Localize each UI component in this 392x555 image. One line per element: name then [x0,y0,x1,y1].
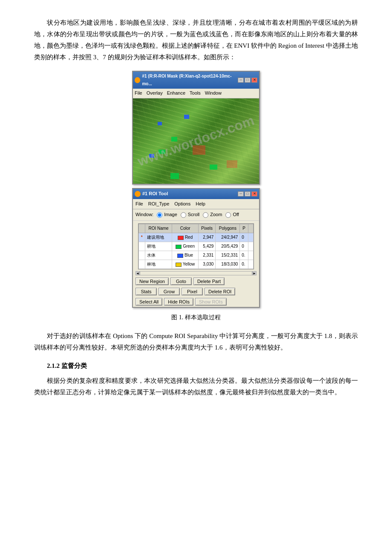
roi-green-1 [171,137,177,142]
roi-green-3 [210,165,217,170]
table-row: 水体 Blue 2,331 15/2,331 0. [139,251,254,260]
close-button[interactable]: ✕ [251,78,257,83]
row-color: Green [172,242,198,251]
roi-menu-options[interactable]: Options [174,200,190,208]
radio-off-label: Off [233,211,239,219]
row-pixels: 2,947 [198,233,216,242]
roi-tool-window: #1 ROI Tool ─ □ ✕ File ROI_Type Options … [132,188,260,308]
table-row: 耕地 Green 5,429 20/5,429 0 [139,242,254,251]
satellite-window: #1 (R:R-ROI Mask (R:Xian-q2-spot124-10mc… [132,71,260,185]
row-pixels: 2,331 [198,251,216,260]
satellite-titlebar: #1 (R:R-ROI Mask (R:Xian-q2-spot124-10mc… [133,72,259,89]
roi-red-2 [227,160,237,168]
row-color: Blue [172,251,198,260]
row-color: Red [172,233,198,242]
select-all-button[interactable]: Select All [135,298,162,306]
row-name: 建设用地 [145,233,172,242]
watermark: www.wordocx.com [134,108,258,173]
window-icon [135,77,140,83]
scrollbar-row: ◄ ► [135,271,257,275]
window-label: Window: [135,211,153,219]
roi-green-4 [170,173,179,179]
roi-menu-help[interactable]: Help [196,200,205,208]
intro-paragraph: 状分布地区为建设用地，影响颜色呈浅绿、深绿，并且纹理清晰，分布在城市着农村周围的… [34,17,358,63]
roi-btn-row-2: Stats Grow Pixel Delete ROI [133,286,259,297]
radio-scroll-label: Scroll [188,211,200,219]
scroll-right[interactable]: ► [252,271,257,275]
roi-table-area: ROI Name Color Pixels Polygons P * 建设用地 … [133,221,259,276]
window-controls[interactable]: ─ □ ✕ [238,78,257,83]
scroll-left[interactable]: ◄ [135,271,140,275]
grow-button[interactable]: Grow [159,288,180,295]
col-marker [139,224,145,233]
roi-menu-roitype[interactable]: ROI_Type [148,200,170,208]
goto-button[interactable]: Goto [170,278,192,285]
row-scroll-cell [248,260,254,269]
radio-off[interactable]: Off [225,211,239,219]
roi-window-controls[interactable]: ─ □ ✕ [238,191,257,197]
menu-enhance[interactable]: Enhance [167,89,185,98]
figure-container: #1 (R:R-ROI Mask (R:Xian-q2-spot124-10mc… [34,71,358,308]
table-row: 林地 Yellow 3,030 18/3,030 0. [139,260,254,269]
menu-window[interactable]: Window [205,89,222,98]
menu-tools[interactable]: Tools [190,89,201,98]
row-marker [139,242,145,251]
col-color: Color [172,224,198,233]
roi-table: ROI Name Color Pixels Polygons P * 建设用地 … [138,224,254,269]
row-scroll-cell [248,233,254,242]
menu-overlay[interactable]: Overlay [147,89,163,98]
roi-green-2 [159,150,165,154]
delete-part-button[interactable]: Delete Part [193,278,225,285]
row-p: 0 [240,233,248,242]
stats-button[interactable]: Stats [135,288,157,295]
roi-table-container: ROI Name Color Pixels Polygons P * 建设用地 … [138,223,254,269]
roi-blue-3 [149,154,154,158]
row-name: 水体 [145,251,172,260]
radio-zoom[interactable]: Zoom [203,211,222,219]
roi-blue-2 [158,122,162,125]
row-p: 0. [240,251,248,260]
delete-roi-button[interactable]: Delete ROI [205,288,235,295]
hide-rois-button[interactable]: Hide ROIs [164,298,193,306]
show-rois-button[interactable]: Show ROIs [195,298,227,306]
satellite-title: #1 (R:R-ROI Mask (R:Xian-q2-spot124-10mc… [142,72,238,88]
row-color: Yellow [172,260,198,269]
menu-file[interactable]: File [135,89,142,98]
row-name: 耕地 [145,242,172,251]
satellite-image-wrapper: www.wordocx.com [133,98,259,184]
roi-menu-file[interactable]: File [135,200,143,208]
row-name: 林地 [145,260,172,269]
roi-title: #1 ROI Tool [142,190,168,198]
new-region-button[interactable]: New Region [135,278,169,285]
window-mode-row: Window: Image Scroll Zoom Off [133,209,259,221]
radio-zoom-label: Zoom [210,211,222,219]
row-marker: * [139,233,145,242]
roi-close-button[interactable]: ✕ [251,191,257,197]
roi-menubar: File ROI_Type Options Help [133,199,259,210]
pixel-button[interactable]: Pixel [182,288,203,295]
col-roi-name: ROI Name [145,224,172,233]
radio-image[interactable]: Image [157,211,177,219]
row-polygons: 20/5,429 [216,242,240,251]
roi-btn-row-1: New Region Goto Delete Part [133,276,259,286]
row-p: 0 [240,242,248,251]
row-polygons: 15/2,331 [216,251,240,260]
section-2-1-2-heading: 2.1.2 监督分类 [34,360,358,372]
satellite-image: www.wordocx.com [133,98,259,184]
satellite-menubar: File Overlay Enhance Tools Window [133,89,259,98]
row-pixels: 5,429 [198,242,216,251]
roi-minimize-button[interactable]: ─ [238,191,244,197]
row-scroll-cell [248,242,254,251]
row-scroll-cell [248,251,254,260]
radio-image-label: Image [164,211,177,219]
paragraph-2: 对于选好的训练样本在 Options 下的 Compute ROI Separa… [34,330,358,353]
radio-scroll[interactable]: Scroll [181,211,200,219]
maximize-button[interactable]: □ [245,78,251,83]
minimize-button[interactable]: ─ [238,78,244,83]
row-pixels: 3,030 [198,260,216,269]
paragraph-3: 根据分类的复杂程度和精度要求，本次研究选择最大似然法分类器。最大似然法分类器假设… [34,375,358,398]
col-scroll [248,224,254,233]
row-marker [139,260,145,269]
roi-maximize-button[interactable]: □ [245,191,251,197]
scrollbar-track [140,271,252,275]
